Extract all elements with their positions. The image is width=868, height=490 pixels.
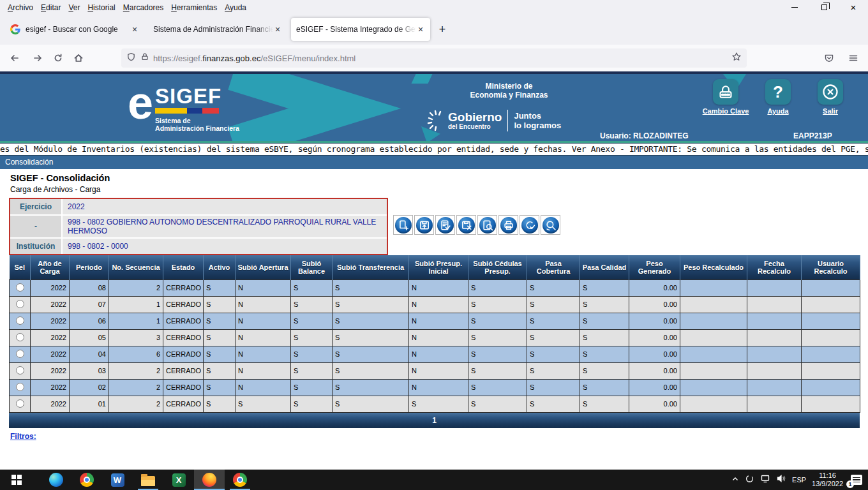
row-select-radio[interactable] xyxy=(16,316,24,325)
print-button[interactable] xyxy=(498,215,518,235)
menu-hamburger-icon[interactable] xyxy=(844,48,863,68)
shield-icon[interactable] xyxy=(126,52,136,64)
volume-icon[interactable] xyxy=(776,473,786,486)
esigef-header: e SIGEF Sistema deAdministración Financi… xyxy=(0,71,868,143)
table-cell: S xyxy=(291,346,333,362)
table-cell xyxy=(747,329,802,346)
table-cell: S xyxy=(333,313,409,329)
taskbar-chrome-button[interactable] xyxy=(71,470,102,490)
new-document-button[interactable] xyxy=(393,215,413,235)
row-select-radio[interactable] xyxy=(16,366,24,375)
table-cell: CERRADO xyxy=(163,279,204,296)
table-cell: S xyxy=(580,329,629,346)
ayuda-button[interactable]: ? Ayuda xyxy=(757,79,799,115)
minimize-icon[interactable] xyxy=(780,0,809,14)
network-icon[interactable] xyxy=(760,473,770,486)
table-cell: S xyxy=(468,396,527,412)
table-cell: N xyxy=(236,346,291,362)
esigef-logo: e SIGEF Sistema deAdministración Financi… xyxy=(128,78,239,132)
record-toolbar xyxy=(393,215,562,235)
browser-tab-1[interactable]: esigef - Buscar con Google× xyxy=(5,18,144,41)
back-icon[interactable] xyxy=(5,48,24,68)
row-select-radio[interactable] xyxy=(16,283,24,292)
preview-document-button[interactable] xyxy=(477,215,497,235)
notification-center-icon[interactable]: 1 xyxy=(849,472,864,487)
taskbar-excel-button[interactable]: X xyxy=(163,470,194,490)
table-cell xyxy=(680,346,747,362)
taskbar-word-button[interactable]: W xyxy=(102,470,133,490)
forward-icon[interactable] xyxy=(28,48,47,68)
url-bar[interactable]: https://esigef.finanzas.gob.ec/eSIGEF/me… xyxy=(121,48,747,68)
table-cell xyxy=(747,346,802,362)
restore-icon[interactable] xyxy=(809,0,839,14)
table-cell: 2 xyxy=(109,279,163,296)
column-header: Peso Recalculado xyxy=(680,255,747,279)
pocket-icon[interactable] xyxy=(819,48,839,68)
close-icon[interactable]: × xyxy=(839,0,868,14)
tab-close-icon[interactable]: × xyxy=(273,25,282,34)
tab-close-icon[interactable]: × xyxy=(416,25,425,34)
table-cell: S xyxy=(204,296,236,313)
approve-c-button[interactable] xyxy=(520,215,539,235)
row-select-radio[interactable] xyxy=(16,399,24,408)
language-indicator[interactable]: ESP xyxy=(792,476,806,484)
delete-record-button[interactable] xyxy=(456,215,476,235)
menu-archivo[interactable]: Archivo xyxy=(4,2,37,13)
search-all-button[interactable] xyxy=(541,215,560,235)
table-cell: S xyxy=(580,279,629,296)
menu-editar[interactable]: Editar xyxy=(37,2,64,13)
table-cell: 0.00 xyxy=(629,279,680,296)
table-row: 2022022CERRADOSNSSNSSS0.00 xyxy=(10,379,860,396)
tab-close-icon[interactable]: × xyxy=(130,25,139,34)
taskbar-explorer-button[interactable] xyxy=(133,470,163,490)
table-cell: S xyxy=(291,313,333,329)
taskbar-edge-button[interactable] xyxy=(41,470,71,490)
taskbar-chrome-button[interactable] xyxy=(225,470,255,490)
clock[interactable]: 11:16 13/9/2022 xyxy=(812,471,843,488)
lock-icon[interactable] xyxy=(140,52,149,64)
table-cell: 04 xyxy=(70,346,109,362)
table-cell: CERRADO xyxy=(163,362,204,379)
taskbar-firefox-button[interactable] xyxy=(194,470,225,490)
status-circle-icon[interactable] xyxy=(745,474,754,486)
salir-button[interactable]: Salir xyxy=(809,79,851,115)
table-cell xyxy=(680,279,747,296)
new-tab-button[interactable]: + xyxy=(434,21,451,38)
windows-taskbar: WX ESP 11:16 13/9/2022 1 xyxy=(0,470,868,490)
menu-historial[interactable]: Historial xyxy=(84,2,119,13)
validate-form-button[interactable] xyxy=(435,215,455,235)
save-upload-button[interactable] xyxy=(414,215,434,235)
row-select-radio[interactable] xyxy=(16,333,24,341)
pagination-bar[interactable]: 1 xyxy=(9,413,860,428)
reload-icon[interactable] xyxy=(49,48,68,68)
menu-ayuda[interactable]: Ayuda xyxy=(221,2,250,13)
user-label: Usuario: RLOZADINTEG xyxy=(600,131,689,140)
menu-marcadores[interactable]: Marcadores xyxy=(119,2,167,13)
news-marquee: es del Módulo de Inventarios (existencia… xyxy=(0,143,868,156)
bookmark-star-icon[interactable] xyxy=(731,52,742,64)
table-cell: S xyxy=(468,379,527,396)
table-row: 2022071CERRADOSNSSNSSS0.00 xyxy=(10,296,860,313)
row-select-radio[interactable] xyxy=(16,383,24,391)
row-select-radio[interactable] xyxy=(16,350,24,358)
taskbar-start-button[interactable] xyxy=(1,470,32,490)
row-select-radio[interactable] xyxy=(16,300,24,308)
browser-tab-3[interactable]: eSIGEF - Sistema Integrado de Gesti× xyxy=(291,18,430,41)
table-cell: S xyxy=(580,362,629,379)
logo-subtitle: Sistema deAdministración Financiera xyxy=(155,117,239,132)
cambio-clave-button[interactable]: Cambio Clave xyxy=(705,79,747,115)
table-cell: S xyxy=(333,379,409,396)
ecuador-flag-stripe xyxy=(155,108,219,114)
filters-link[interactable]: Filtros: xyxy=(10,432,36,441)
table-cell: S xyxy=(580,396,629,412)
table-cell xyxy=(802,362,860,379)
table-cell: S xyxy=(468,346,527,362)
table-cell: S xyxy=(580,379,629,396)
browser-tab-2[interactable]: Sistema de Administración Financie× xyxy=(148,18,287,41)
table-cell xyxy=(747,362,802,379)
menu-ver[interactable]: Ver xyxy=(64,2,84,13)
menu-herramientas[interactable]: Herramientas xyxy=(167,2,221,13)
home-icon[interactable] xyxy=(69,48,88,68)
tab-title: esigef - Buscar con Google xyxy=(26,25,130,34)
chevron-up-icon[interactable] xyxy=(731,474,739,486)
